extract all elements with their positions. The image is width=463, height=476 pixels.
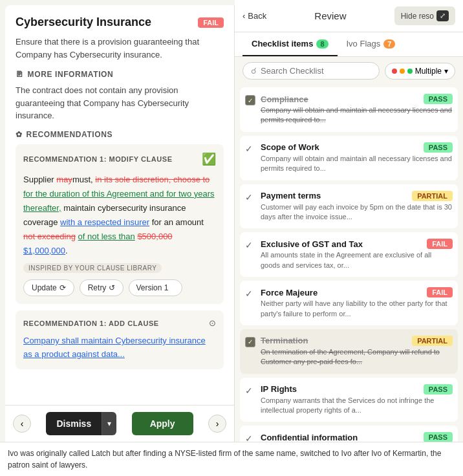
tab-ivo-flags[interactable]: Ivo Flags 7 [338,32,405,56]
expand-icon: ⤢ [436,10,449,21]
search-box[interactable]: ☌ [242,62,380,80]
back-button[interactable]: ‹ Back [242,11,266,21]
compliance-desc: Company will obtain and maintain all nec… [261,105,453,125]
dismiss-button[interactable]: Dismiss [46,412,102,435]
checklist-item-ip[interactable]: ✓ IP Rights PASS Company warrants that t… [240,378,458,422]
rec2-label: RECOMMENDATION 1: ADD CLAUSE [23,319,159,327]
item-title-payment: Payment terms PARTIAL [261,191,453,201]
add-clause-text[interactable]: Company shall maintain Cybersecurity ins… [23,334,216,362]
review-title: Review [272,10,389,21]
ip-title-text: IP Rights [261,384,297,394]
update-icon: ⟳ [59,283,66,292]
filter-button[interactable]: Multiple ▾ [385,63,455,80]
item-content-compliance: Compliance PASS Company will obtain and … [261,94,453,125]
dot-red-icon [392,69,397,74]
next-arrow-button[interactable]: › [208,415,226,433]
checklist-list: ✓ Compliance PASS Company will obtain an… [235,85,463,442]
left-title: Cybersecurity Insurance [16,16,151,29]
checklist-item-termination[interactable]: ✓ Termination PARTIAL On termination of … [240,329,458,374]
left-description: Ensure that there is a provision guarant… [16,36,224,61]
check-icon-gst: ✓ [245,240,255,250]
rec1-label: RECOMMENDATION 1: MODIFY CLAUSE [23,155,173,163]
more-info-icon: 🖹 [16,70,24,79]
clause-text: Supplier maymust, in its sole discretion… [23,173,216,259]
tab2-label: Ivo Flags [347,39,381,49]
prev-arrow-button[interactable]: ‹ [13,415,31,433]
compliance-title-text: Compliance [261,94,308,104]
fail-badge: FAIL [198,17,224,28]
item-content-ip: IP Rights PASS Company warrants that the… [261,384,453,416]
checklist-item-scope[interactable]: ✓ Scope of Work PASS Company will obtain… [240,136,458,180]
check-icon-confidential: ✓ [245,433,255,442]
check-icon-scope: ✓ [245,144,255,154]
item-content-confidential: Confidential information PASS [261,432,453,442]
rec2-expand-icon[interactable]: ⊙ [209,318,216,328]
rec1-check-icon: ✅ [202,152,216,166]
tab-checklist-items[interactable]: Checklist items 8 [242,32,338,56]
termination-desc: On termination of the Agreement, Company… [261,347,453,367]
recommendations-label: RECOMMENDATIONS [27,130,113,139]
item-content-termination: Termination PARTIAL On termination of th… [261,336,453,367]
checklist-item-gst[interactable]: ✓ Exclusive of GST and Tax FAIL All amou… [240,232,458,277]
item-title-force: Force Majeure FAIL [261,287,453,298]
recommendation-2-box: RECOMMENDATION 1: ADD CLAUSE ⊙ Company s… [16,310,224,369]
gst-title-text: Exclusive of GST and Tax [261,239,363,249]
inserted-must: must [72,175,91,184]
back-label: Back [248,11,266,21]
scope-title-text: Scope of Work [261,142,319,152]
search-input[interactable] [261,66,371,76]
dot-yellow-icon [400,69,405,74]
update-button[interactable]: Update ⟳ [23,279,74,296]
dot-green-icon [407,69,413,74]
item-title-scope: Scope of Work PASS [261,142,453,153]
dismiss-group: Dismiss ▾ [46,412,116,435]
dismiss-dropdown-button[interactable]: ▾ [102,412,116,435]
inserted-1m: $1,000,000 [23,246,65,255]
strike-500k: $500,000 [137,232,172,241]
tab1-badge: 8 [316,39,328,49]
retry-icon: ↺ [109,283,115,292]
back-chevron-icon: ‹ [242,11,245,21]
compliance-status: PASS [424,94,453,104]
ip-desc: Company warrants that the Services do no… [261,396,453,416]
check-icon-force: ✓ [245,288,255,299]
retry-label: Retry [88,283,107,292]
item-title-gst: Exclusive of GST and Tax FAIL [261,239,453,249]
rec1-header: RECOMMENDATION 1: MODIFY CLAUSE ✅ [23,152,216,166]
payment-status: PARTIAL [412,191,453,201]
recommendations-section: ✿ RECOMMENDATIONS [16,130,224,139]
scope-status: PASS [424,142,453,153]
inserted-duration: for the duration of this Agreement and f… [23,189,215,213]
confidential-title-text: Confidential information [261,433,358,442]
right-header: ‹ Back Review Hide reso ⤢ [235,0,463,32]
scope-desc: Company will obtain and maintain all nec… [261,154,453,174]
checklist-item-force[interactable]: ✓ Force Majeure FAIL Neither party will … [240,281,458,325]
tab2-badge: 7 [383,39,395,49]
recommendation-1-box: RECOMMENDATION 1: MODIFY CLAUSE ✅ Suppli… [16,144,224,305]
version-select[interactable]: Version 1 Version 2 [129,279,182,296]
left-header: Cybersecurity Insurance FAIL [16,16,224,29]
confidential-status: PASS [424,432,453,442]
force-desc: Neither party will have any liability to… [261,299,453,319]
item-title-confidential: Confidential information PASS [261,432,453,442]
inserted-of-not-less: of not less than [78,232,135,241]
checklist-item-payment[interactable]: ✓ Payment terms PARTIAL Customer will pa… [240,184,458,229]
check-icon-payment: ✓ [245,192,255,202]
checklist-item-compliance[interactable]: ✓ Compliance PASS Company will obtain an… [240,87,458,132]
checkbox-compliance[interactable]: ✓ [245,95,255,105]
payment-desc: Customer will pay each invoice by 5pm on… [261,202,453,222]
gst-desc: All amounts state in the Agreement are e… [261,250,453,270]
more-info-section: 🖹 MORE INFORMATION [16,70,224,79]
left-toolbar: ‹ Dismiss ▾ Apply › [5,405,234,442]
hide-button[interactable]: Hide reso ⤢ [394,6,455,25]
payment-title-text: Payment terms [261,191,321,200]
rec2-header: RECOMMENDATION 1: ADD CLAUSE ⊙ [23,318,216,328]
checklist-item-confidential[interactable]: ✓ Confidential information PASS [240,426,458,442]
strike-sole: in its sole discretion, choose to [95,175,210,184]
retry-button[interactable]: Retry ↺ [80,279,124,296]
more-info-label: MORE INFORMATION [28,70,114,79]
checkbox-termination[interactable]: ✓ [245,337,255,347]
apply-button[interactable]: Apply [132,412,193,435]
more-info-text: The contract does not contain any provis… [16,84,224,122]
filter-chevron-icon: ▾ [444,67,448,76]
